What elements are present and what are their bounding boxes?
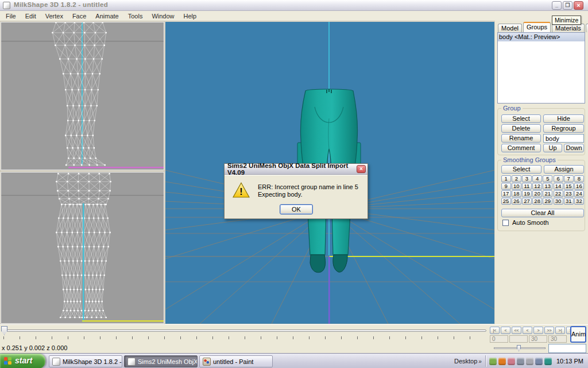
volume-tray-icon[interactable] (535, 358, 543, 365)
smoothing-group-button[interactable]: 31 (564, 198, 574, 205)
aim-tray-icon[interactable] (544, 358, 552, 365)
menu-item[interactable]: Face (68, 12, 91, 20)
smoothing-group-button[interactable]: 7 (564, 175, 574, 182)
tab-model[interactable]: Model (498, 24, 522, 32)
transport-button[interactable]: >> (544, 327, 554, 334)
keyframe-slider-track[interactable] (1, 329, 486, 332)
menu-item[interactable]: Tools (123, 12, 148, 20)
smoothing-group-button[interactable]: 25 (501, 198, 511, 205)
select-group-button[interactable]: Select (501, 114, 541, 123)
desktop-toolbar-label[interactable]: Desktop (454, 358, 477, 365)
transport-button[interactable]: << (512, 327, 521, 334)
update-tray-icon[interactable] (489, 358, 497, 365)
anim-combo-box[interactable] (548, 344, 586, 353)
smoothing-group-button[interactable]: 12 (532, 183, 542, 190)
smoothing-group-button[interactable]: 24 (574, 190, 584, 197)
frame-field[interactable] (509, 335, 528, 343)
smoothing-group-button[interactable]: 5 (543, 175, 552, 182)
messenger-tray-icon[interactable] (498, 358, 506, 365)
ok-button[interactable]: OK (280, 204, 313, 214)
menu-item[interactable]: Help (179, 12, 202, 20)
down-button[interactable]: Down (564, 144, 584, 152)
keyframe-slider-thumb[interactable] (1, 326, 7, 335)
smoothing-group-button[interactable]: 3 (522, 175, 532, 182)
rename-button[interactable]: Rename (501, 134, 541, 143)
smoothing-group-button[interactable]: 1 (501, 175, 511, 182)
app-tray-icon[interactable] (508, 358, 515, 365)
tab-joints[interactable]: Joints (586, 24, 588, 32)
title-bar[interactable]: MilkShape 3D 1.8.2 - untitled _ ❐ × (0, 0, 588, 11)
smoothing-group-button[interactable]: 17 (501, 190, 511, 197)
smoothing-group-button[interactable]: 28 (532, 198, 542, 205)
clear-all-button[interactable]: Clear All (501, 209, 584, 217)
comment-button[interactable]: Comment (501, 144, 541, 152)
display-tray-icon[interactable] (517, 358, 524, 365)
smoothing-group-button[interactable]: 29 (543, 198, 552, 205)
regroup-button[interactable]: Regroup (543, 124, 584, 133)
menu-item[interactable]: Vertex (41, 12, 68, 20)
transport-button[interactable]: >| (555, 327, 565, 334)
smoothing-group-button[interactable]: 20 (532, 190, 542, 197)
taskbar-item[interactable]: MilkShape 3D 1.8.2 - ... (49, 355, 122, 367)
select-smoothing-button[interactable]: Select (501, 165, 541, 174)
smoothing-group-button[interactable]: 30 (554, 198, 563, 205)
start-button[interactable]: start (0, 354, 45, 368)
group-list-item-selected[interactable]: body <Mat.: Preview> (498, 33, 585, 41)
transport-button[interactable]: |< (490, 327, 500, 334)
chevron-icon[interactable]: » (478, 358, 482, 365)
transport-button[interactable]: < (501, 327, 510, 334)
up-button[interactable]: Up (543, 144, 562, 152)
smoothing-group-button[interactable]: 15 (564, 183, 574, 190)
auto-smooth-checkbox[interactable] (502, 220, 509, 226)
frame-field[interactable]: 30 (529, 335, 547, 343)
smoothing-group-button[interactable]: 21 (543, 190, 552, 197)
menu-item[interactable]: Animate (91, 12, 123, 20)
groups-listbox[interactable]: body <Mat.: Preview> (497, 32, 585, 103)
frame-field[interactable]: 0 (490, 335, 508, 343)
smoothing-group-button[interactable]: 6 (554, 175, 563, 182)
hide-group-button[interactable]: Hide (543, 114, 584, 123)
viewport-side[interactable] (1, 22, 164, 170)
side-wireframe-canvas (1, 22, 164, 170)
smoothing-group-button[interactable]: 4 (532, 175, 542, 182)
smoothing-group-button[interactable]: 22 (554, 190, 563, 197)
smoothing-group-button[interactable]: 18 (512, 190, 521, 197)
smoothing-group-button[interactable]: 16 (574, 183, 584, 190)
smoothing-group-button[interactable]: 8 (574, 175, 584, 182)
animation-bar: x 0.251 y 0.002 z 0.000 |<<<<<>>>>|>| 03… (0, 324, 588, 353)
smoothing-group-button[interactable]: 26 (512, 198, 521, 205)
smoothing-group-button[interactable]: 2 (512, 175, 521, 182)
smoothing-group-button[interactable]: 10 (512, 183, 521, 190)
minimize-button[interactable]: _ (552, 1, 562, 10)
dialog-title-bar[interactable]: Sims2 UniMesh ObjX Data Split Import V4.… (225, 164, 368, 175)
smoothing-group-button[interactable]: 9 (501, 183, 511, 190)
dialog-close-button[interactable]: × (357, 165, 366, 173)
tab-materials[interactable]: Materials (552, 24, 585, 32)
frame-field[interactable]: 30 (548, 335, 567, 343)
transport-button[interactable]: < (523, 327, 532, 334)
anim-toggle-button[interactable]: Anim (570, 326, 586, 343)
smoothing-group-button[interactable]: 14 (554, 183, 563, 190)
smoothing-group-button[interactable]: 11 (522, 183, 532, 190)
menu-item[interactable]: Edit (21, 12, 41, 20)
smoothing-group-button[interactable]: 27 (522, 198, 532, 205)
assign-smoothing-button[interactable]: Assign (544, 165, 584, 174)
menu-item[interactable]: File (1, 12, 21, 20)
taskbar-item[interactable]: untitled - Paint (199, 355, 273, 367)
viewport-front[interactable] (1, 172, 164, 324)
smoothing-group-button[interactable]: 19 (522, 190, 532, 197)
close-button[interactable]: × (574, 1, 583, 10)
smoothing-group-button[interactable]: 13 (543, 183, 552, 190)
user-tray-icon[interactable] (526, 358, 533, 365)
mini-slider-thumb[interactable] (517, 345, 521, 351)
taskbar-item[interactable]: Sims2 UniMesh ObjX ... (124, 355, 198, 367)
transport-button[interactable]: > (533, 327, 543, 334)
smoothing-group-button[interactable]: 23 (564, 190, 574, 197)
smoothing-group-button[interactable]: 32 (574, 198, 584, 205)
tab-groups[interactable]: Groups (523, 22, 551, 32)
delete-group-button[interactable]: Delete (501, 124, 541, 133)
warning-icon: ! (233, 182, 250, 198)
menu-item[interactable]: Window (147, 12, 179, 20)
restore-button[interactable]: ❐ (563, 1, 572, 10)
rename-input[interactable] (543, 134, 584, 143)
